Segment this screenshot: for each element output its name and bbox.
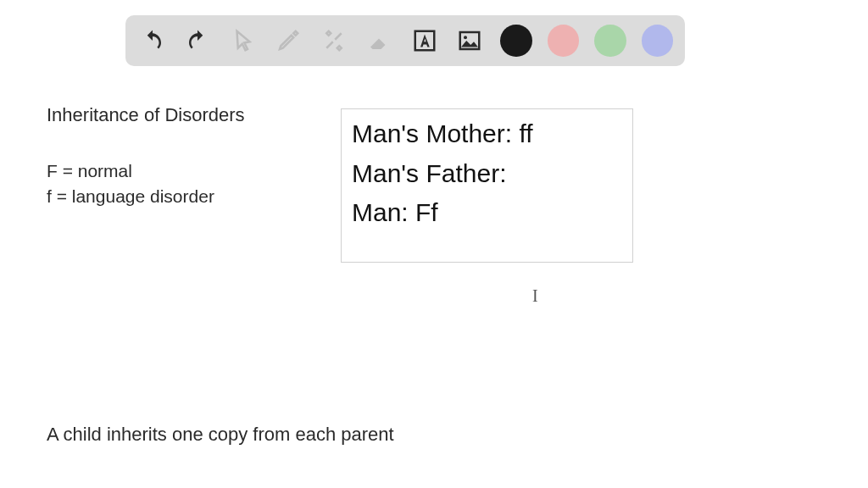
tools-icon [321, 28, 347, 53]
redo-icon [185, 28, 210, 53]
textbox-line-1: Man's Mother: ff [352, 114, 622, 154]
text-cursor-icon: I [532, 286, 533, 305]
eraser-icon [366, 28, 392, 53]
page-title: Inheritance of Disorders [47, 104, 245, 126]
toolbar [125, 15, 685, 66]
textbox-line-3: Man: Ff [352, 193, 622, 233]
pen-icon [275, 28, 301, 53]
svg-point-2 [464, 36, 467, 39]
color-blue[interactable] [642, 25, 673, 57]
textbox-line-2: Man's Father: [352, 154, 622, 194]
image-icon [457, 28, 482, 53]
svg-rect-0 [415, 31, 435, 51]
legend: F = normal f = language disorder [47, 158, 214, 210]
text-icon [412, 28, 437, 53]
image-button[interactable] [455, 25, 486, 56]
text-button[interactable] [409, 25, 440, 56]
tools-button[interactable] [319, 25, 349, 56]
color-black[interactable] [500, 25, 531, 57]
bottom-note: A child inherits one copy from each pare… [47, 424, 394, 446]
color-pink[interactable] [548, 25, 579, 57]
redo-button[interactable] [183, 25, 214, 56]
color-green[interactable] [594, 25, 626, 57]
pointer-button[interactable] [228, 25, 259, 56]
undo-button[interactable] [137, 25, 168, 56]
legend-line-1: F = normal [47, 158, 214, 184]
legend-line-2: f = language disorder [47, 184, 214, 209]
pointer-icon [231, 28, 256, 53]
text-box[interactable]: Man's Mother: ff Man's Father: Man: Ff [341, 108, 633, 263]
pen-button[interactable] [274, 25, 304, 56]
undo-icon [140, 28, 165, 53]
eraser-button[interactable] [364, 25, 395, 56]
